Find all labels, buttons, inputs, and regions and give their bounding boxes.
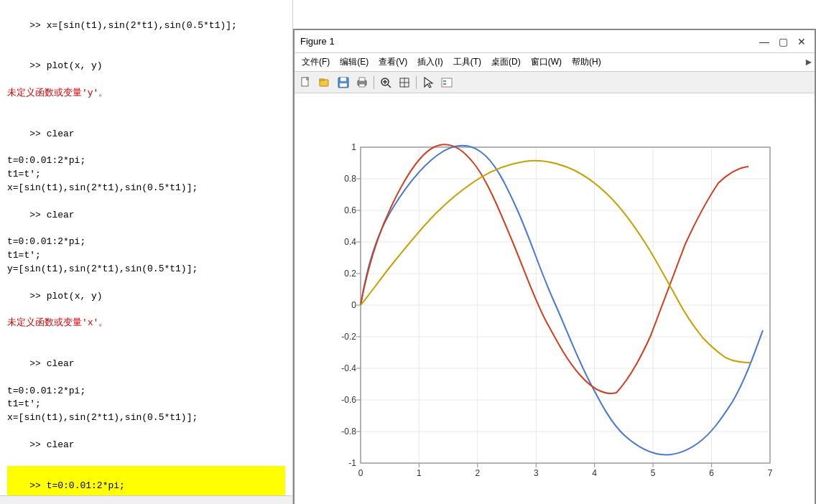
menu-help[interactable]: 帮助(H) xyxy=(567,55,606,70)
svg-rect-5 xyxy=(340,83,347,87)
y-tick-neg1: -1 xyxy=(348,458,356,468)
y-tick-1: 1 xyxy=(351,142,356,152)
console-line: t1=t'; xyxy=(7,249,285,263)
error-line: 未定义函数或变量'x'。 xyxy=(7,317,285,330)
x-tick-5: 5 xyxy=(651,468,656,478)
code-text: plot(x, y) xyxy=(47,291,103,302)
prompt: >> xyxy=(29,129,46,139)
code-text: clear xyxy=(47,210,75,220)
menu-arrow[interactable]: ► xyxy=(806,57,812,68)
toolbar-zoom-in[interactable] xyxy=(377,75,394,90)
console-line: y=[sin(t1),sin(2*t1),sin(0.5*t1)]; xyxy=(7,263,285,276)
console-line: >> plot(x, y) xyxy=(7,276,285,317)
svg-rect-17 xyxy=(442,78,452,87)
code-text: x=[sin(t1),sin(2*t1),sin(0.5*t1)]; xyxy=(7,182,198,193)
code-text: t1=t'; xyxy=(7,169,41,179)
x-tick-2: 2 xyxy=(475,468,480,478)
code-text: plot(x, y) xyxy=(47,60,103,71)
code-text: t1=t'; xyxy=(7,250,41,261)
prompt: >> xyxy=(29,60,46,71)
toolbar xyxy=(295,72,815,93)
blank-line xyxy=(7,330,285,344)
title-bar: Figure 1 — ▢ ✕ xyxy=(295,30,815,53)
toolbar-print[interactable] xyxy=(353,75,371,90)
y-tick-neg04: -0.4 xyxy=(341,363,356,373)
code-text: t=0:0.01:2*pi; xyxy=(7,155,85,166)
x-tick-3: 3 xyxy=(534,468,539,478)
close-button[interactable]: ✕ xyxy=(794,34,809,49)
toolbar-open[interactable] xyxy=(316,75,333,90)
console-line: t=0:0.01:2*pi; xyxy=(7,154,285,168)
console-line: x=[sin(t1),sin(2*t1),sin(0.5*t1)]; xyxy=(7,411,285,425)
window-controls: — ▢ ✕ xyxy=(757,34,809,49)
y-tick-0.8: 0.8 xyxy=(344,174,356,184)
code-text: t=0:0.01:2*pi; xyxy=(7,236,85,247)
console-line: >> clear xyxy=(7,344,285,385)
plot-area: 1 0.8 0.6 0.4 0.2 0 -0.2 -0.4 -0.6 -0.8 … xyxy=(295,93,815,504)
console-scrollbar[interactable] xyxy=(0,495,292,504)
toolbar-new[interactable] xyxy=(297,75,315,90)
y-tick-neg06: -0.6 xyxy=(341,395,356,405)
console-line: x=[sin(t1),sin(2*t1),sin(0.5*t1)]; xyxy=(7,182,285,195)
y-tick-neg02: -0.2 xyxy=(341,332,356,342)
svg-rect-4 xyxy=(340,78,346,81)
prompt: >> xyxy=(29,20,46,31)
menu-window[interactable]: 窗口(W) xyxy=(527,55,566,70)
console-line: >> clear xyxy=(7,425,285,466)
y-tick-0.6: 0.6 xyxy=(344,205,356,215)
console-line: >> plot(x, y) xyxy=(7,47,285,88)
code-text: x=[sin(t1),sin(2*t1),sin(0.5*t1)]; xyxy=(7,412,198,423)
x-tick-7: 7 xyxy=(768,468,773,478)
prompt: >> xyxy=(29,358,46,369)
blank-line xyxy=(7,101,285,114)
x-tick-6: 6 xyxy=(709,468,714,478)
menu-tools[interactable]: 工具(T) xyxy=(449,55,486,70)
toolbar-sep-2 xyxy=(416,76,417,89)
code-text: t=0:0.01:2*pi; xyxy=(7,386,85,396)
x-tick-1: 1 xyxy=(417,468,422,478)
toolbar-legend[interactable] xyxy=(438,75,455,90)
plot-svg: 1 0.8 0.6 0.4 0.2 0 -0.2 -0.4 -0.6 -0.8 … xyxy=(317,133,792,492)
code-text: clear xyxy=(47,358,75,369)
svg-rect-8 xyxy=(359,84,365,87)
svg-marker-16 xyxy=(425,78,432,88)
toolbar-save[interactable] xyxy=(335,75,352,90)
svg-line-10 xyxy=(388,85,391,88)
console-line: t=0:0.01:2*pi; xyxy=(7,235,285,249)
figure-title: Figure 1 xyxy=(300,36,335,47)
toolbar-sep-1 xyxy=(374,76,374,89)
console-line: >> clear xyxy=(7,195,285,236)
toolbar-pan[interactable] xyxy=(396,75,413,90)
prompt: >> xyxy=(29,439,46,450)
code-text: t1=t'; xyxy=(7,398,41,409)
console-line: >> clear xyxy=(7,114,285,155)
console-line: t=0:0.01:2*pi; xyxy=(7,385,285,398)
svg-rect-7 xyxy=(359,78,365,81)
y-tick-0.4: 0.4 xyxy=(344,237,356,247)
y-tick-0.2: 0.2 xyxy=(344,269,356,279)
prompt: >> xyxy=(29,480,46,491)
menu-file[interactable]: 文件(F) xyxy=(297,55,334,70)
menu-edit[interactable]: 编辑(E) xyxy=(335,55,373,70)
code-text: t=0:0.01:2*pi; xyxy=(47,480,125,491)
y-tick-0: 0 xyxy=(351,300,356,310)
console-line: >> x=[sin(t1),sin(2*t1),sin(0.5*t1)]; xyxy=(7,6,285,47)
x-tick-0: 0 xyxy=(358,468,363,478)
prompt: >> xyxy=(29,291,46,302)
menu-desktop[interactable]: 桌面(D) xyxy=(487,55,525,70)
x-tick-4: 4 xyxy=(592,468,597,478)
console-line: t1=t'; xyxy=(7,398,285,411)
minimize-button[interactable]: — xyxy=(757,34,771,49)
menu-bar: 文件(F) 编辑(E) 查看(V) 插入(I) 工具(T) 桌面(D) 窗口(W… xyxy=(295,53,815,72)
y-tick-neg08: -0.8 xyxy=(341,426,356,437)
prompt: >> xyxy=(29,210,46,220)
menu-view[interactable]: 查看(V) xyxy=(374,55,412,70)
menu-insert[interactable]: 插入(I) xyxy=(413,55,447,70)
svg-rect-2 xyxy=(320,79,324,80)
toolbar-cursor[interactable] xyxy=(419,75,437,90)
console-line: t1=t'; xyxy=(7,168,285,182)
code-text: clear xyxy=(47,129,75,139)
code-text: x=[sin(t1),sin(2*t1),sin(0.5*t1)]; xyxy=(47,20,237,31)
maximize-button[interactable]: ▢ xyxy=(776,34,790,49)
code-text: clear xyxy=(47,439,75,450)
